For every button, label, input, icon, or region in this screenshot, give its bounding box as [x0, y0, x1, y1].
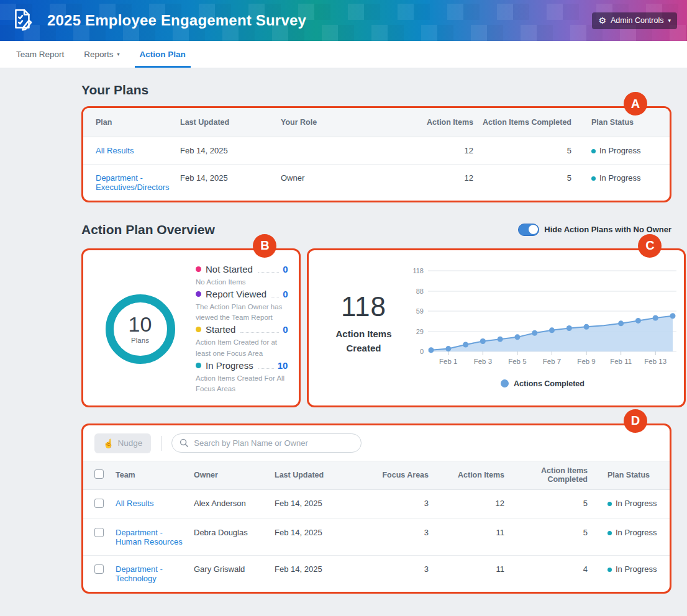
col-last-updated: Last Updated — [178, 108, 278, 137]
tab-team-report[interactable]: Team Report — [6, 41, 74, 68]
plan-row: All Results Alex Anderson Feb 14, 2025 3… — [83, 489, 670, 519]
row-checkbox[interactable] — [94, 499, 104, 508]
focus-areas-cell: 3 — [353, 489, 431, 519]
col-plan: Plan — [83, 108, 178, 137]
status-legend-label: Not Started — [206, 264, 253, 274]
col-action-items: Action Items — [431, 461, 507, 489]
your-plans-row: All Results Feb 14, 2025 12 5 In Progres… — [83, 137, 670, 164]
svg-text:Feb 1: Feb 1 — [440, 358, 458, 365]
col-focus-areas: Focus Areas — [353, 461, 431, 489]
completed-cell: 5 — [476, 137, 574, 164]
status-legend-value: 0 — [283, 324, 288, 335]
status-dot — [607, 568, 612, 572]
status-legend-value: 0 — [283, 264, 288, 274]
svg-text:Feb 11: Feb 11 — [611, 358, 632, 365]
last-updated-cell: Feb 14, 2025 — [178, 164, 278, 201]
status-cell: In Progress — [590, 519, 670, 555]
main-nav: Team Report Reports ▾ Action Plan — [0, 41, 687, 68]
annotation-badge-a: A — [624, 92, 647, 116]
row-checkbox[interactable] — [94, 528, 104, 537]
action-items-cell: 12 — [431, 489, 507, 519]
tab-action-plan[interactable]: Action Plan — [130, 41, 196, 68]
legend-label: Actions Completed — [514, 379, 585, 388]
your-plans-annotation-box: A Plan Last Updated Your Role Action Ite… — [81, 106, 671, 202]
plans-total-label: Plans — [131, 337, 149, 344]
svg-text:88: 88 — [416, 288, 424, 295]
status-legend-dot — [196, 363, 201, 368]
svg-text:Feb 9: Feb 9 — [578, 358, 596, 365]
all-plans-table: Team Owner Last Updated Focus Areas Acti… — [83, 461, 670, 592]
your-plans-header-row: Plan Last Updated Your Role Action Items… — [83, 108, 670, 137]
col-action-items-completed: Action Items Completed — [476, 108, 574, 137]
select-all-checkbox[interactable] — [94, 469, 104, 479]
status-legend-description: Action Items Created For All Focus Areas — [196, 373, 288, 395]
tab-reports[interactable]: Reports ▾ — [74, 41, 129, 68]
status-legend-label: In Progress — [206, 360, 253, 371]
annotation-badge-b: B — [253, 234, 276, 258]
admin-controls-button[interactable]: ⚙ Admin Controls ▾ — [592, 12, 677, 29]
action-items-cell: 11 — [431, 519, 507, 555]
chevron-down-icon: ▾ — [117, 52, 120, 57]
action-items-created-label: Action Items Created — [320, 327, 407, 355]
col-your-role: Your Role — [278, 108, 403, 137]
nudge-hand-icon: ☝ — [103, 438, 114, 448]
svg-text:29: 29 — [416, 328, 424, 335]
your-plans-heading: Your Plans — [81, 83, 671, 97]
plan-link[interactable]: Department - Executives/Directors — [96, 173, 169, 192]
role-cell: Owner — [278, 164, 403, 201]
status-legend-dot — [196, 291, 201, 297]
status-legend-description: Action Item Created for at least one Foc… — [196, 337, 288, 359]
status-legend-value: 0 — [283, 289, 288, 299]
plan-link[interactable]: All Results — [96, 146, 134, 155]
status-legend-item: In Progress 10 Action Items Created For … — [196, 360, 288, 395]
toggle-knob — [529, 225, 538, 234]
status-legend-description: No Action Items — [196, 277, 288, 288]
svg-text:Feb 13: Feb 13 — [645, 358, 667, 365]
annotation-badge-c: C — [638, 234, 662, 258]
status-legend-item: Started 0 Action Item Created for at lea… — [196, 324, 288, 359]
hide-no-owner-toggle[interactable] — [518, 224, 539, 236]
last-updated-cell: Feb 14, 2025 — [272, 489, 353, 519]
row-checkbox[interactable] — [94, 564, 104, 574]
chart-legend: Actions Completed — [407, 379, 678, 388]
completed-cell: 5 — [507, 489, 590, 519]
last-updated-cell: Feb 14, 2025 — [272, 555, 353, 592]
completed-cell: 5 — [476, 164, 574, 201]
dotted-leader — [240, 332, 279, 333]
toggle-label: Hide Action Plans with No Owner — [544, 225, 671, 234]
status-legend-description: The Action Plan Owner has viewed the Tea… — [196, 302, 288, 324]
status-dot — [591, 176, 596, 181]
team-link[interactable]: Department - Human Resources — [116, 528, 183, 546]
col-plan-status: Plan Status — [574, 108, 670, 137]
search-icon — [180, 438, 189, 448]
completed-cell: 5 — [507, 519, 590, 555]
team-link[interactable]: Department - Technology — [116, 564, 163, 583]
owner-cell: Alex Anderson — [191, 489, 272, 519]
status-cell: In Progress — [574, 137, 670, 164]
col-action-items: Action Items — [403, 108, 476, 137]
admin-controls-label: Admin Controls — [611, 16, 663, 25]
plan-row: Department - Technology Gary Griswald Fe… — [83, 555, 670, 592]
dotted-leader — [258, 272, 279, 273]
gear-icon: ⚙ — [598, 16, 606, 25]
col-last-updated: Last Updated — [272, 461, 353, 489]
chevron-down-icon: ▾ — [668, 17, 671, 24]
nudge-button[interactable]: ☝ Nudge — [94, 433, 151, 453]
action-items-cell: 11 — [431, 555, 507, 592]
search-input[interactable] — [194, 438, 353, 448]
last-updated-cell: Feb 14, 2025 — [178, 137, 278, 164]
col-action-items-completed: Action Items Completed — [507, 461, 590, 489]
actions-chart-card: C 118 Action Items Created 0295988118Feb… — [307, 248, 686, 407]
survey-document-logo-icon — [10, 7, 36, 34]
status-legend-value: 10 — [278, 360, 288, 371]
team-link[interactable]: All Results — [116, 499, 153, 508]
status-dot — [607, 531, 612, 535]
action-plan-overview-heading: Action Plan Overview — [81, 222, 215, 237]
status-cell: In Progress — [590, 489, 670, 519]
focus-areas-cell: 3 — [353, 555, 431, 592]
last-updated-cell: Feb 14, 2025 — [272, 519, 353, 555]
all-plans-card: D ☝ Nudge Team Owner Last Update — [81, 424, 671, 594]
owner-cell: Gary Griswald — [191, 555, 272, 592]
focus-areas-cell: 3 — [353, 519, 431, 555]
svg-text:Feb 3: Feb 3 — [474, 358, 492, 365]
